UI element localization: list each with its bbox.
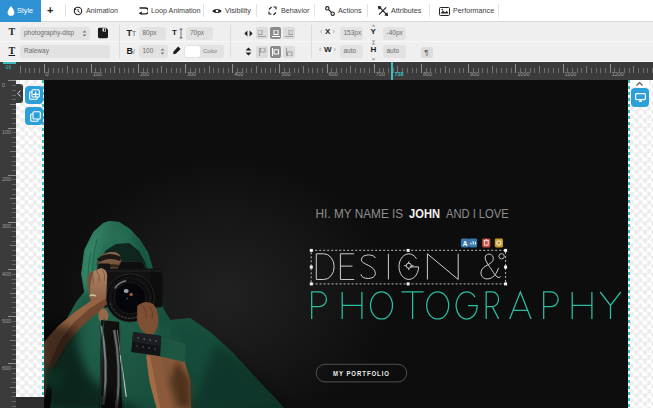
svg-text:JOHN: JOHN bbox=[409, 207, 440, 221]
svg-text:AND I LOVE: AND I LOVE bbox=[446, 207, 509, 221]
svg-text:A: A bbox=[463, 240, 468, 247]
svg-text:MY PORTFOLIO: MY PORTFOLIO bbox=[333, 370, 390, 377]
svg-text:HI. MY NAME IS: HI. MY NAME IS bbox=[315, 207, 403, 221]
